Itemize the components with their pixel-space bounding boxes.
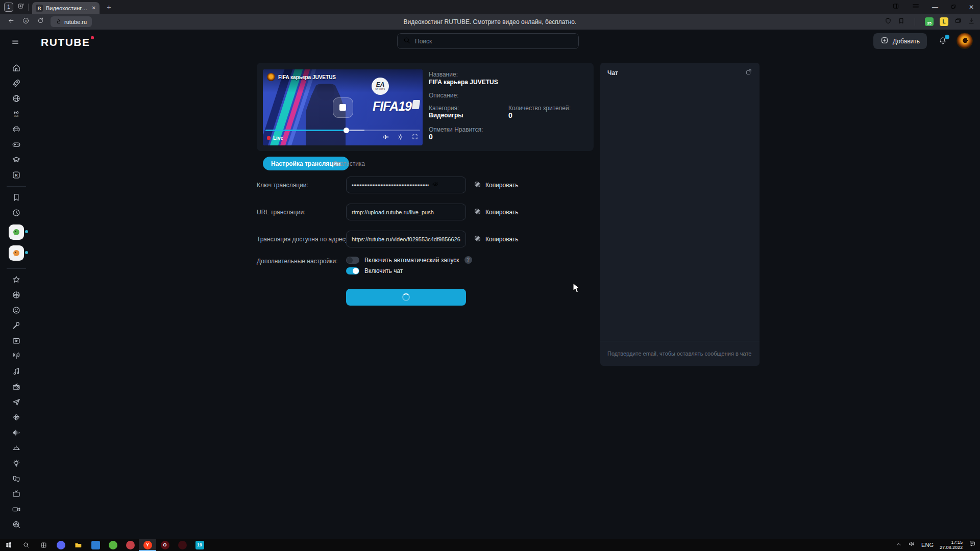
sidebar-item-masks-icon[interactable] bbox=[0, 471, 33, 486]
copy-icon bbox=[474, 235, 481, 244]
collections-icon[interactable] bbox=[954, 17, 962, 27]
tray-chevron-icon[interactable] bbox=[896, 540, 902, 549]
chat-footer: Подтвердите email, чтобы оставлять сообщ… bbox=[600, 341, 760, 366]
tab-group-badge[interactable]: 1 bbox=[4, 3, 13, 12]
sidebar-item-food-dome-icon[interactable] bbox=[0, 440, 33, 456]
restore-button[interactable] bbox=[950, 3, 957, 12]
taskbar-windows-start-icon[interactable] bbox=[0, 539, 17, 551]
clock[interactable]: 17:15 27.08.2022 bbox=[940, 540, 963, 550]
sidebar-item-gamepad-icon[interactable] bbox=[0, 137, 33, 152]
bookmark-flag-icon[interactable] bbox=[898, 17, 905, 27]
search-input[interactable] bbox=[415, 38, 573, 45]
tab-panels-icon[interactable] bbox=[892, 3, 899, 12]
browser-menu-icon[interactable] bbox=[912, 2, 920, 12]
channel-avatar-orange-pet[interactable] bbox=[0, 244, 33, 262]
tab-close-icon[interactable]: ✕ bbox=[92, 5, 96, 11]
share-url-field[interactable] bbox=[346, 231, 466, 247]
sidebar-item-lightbulb-icon[interactable] bbox=[0, 456, 33, 471]
progress-bar[interactable] bbox=[265, 130, 420, 131]
volume-icon[interactable] bbox=[908, 540, 915, 549]
address-bar[interactable]: rutube.ru bbox=[51, 16, 92, 27]
minimize-button[interactable]: — bbox=[932, 4, 938, 11]
taskbar-ccleaner-icon[interactable] bbox=[121, 539, 139, 551]
taskbar-opera-icon[interactable]: O bbox=[156, 539, 174, 551]
stream-url-input[interactable] bbox=[352, 209, 460, 215]
channel-avatar-green-bird[interactable] bbox=[0, 223, 33, 241]
search-bar[interactable] bbox=[397, 33, 579, 49]
stream-url-field[interactable] bbox=[346, 204, 466, 220]
taskbar-fifa19-icon[interactable]: 19 bbox=[191, 539, 208, 551]
taskbar-media-player-icon[interactable] bbox=[174, 539, 191, 551]
notifications-bell-icon[interactable] bbox=[938, 36, 947, 47]
sidebar-item-graduation-icon[interactable] bbox=[0, 152, 33, 167]
copy-share-button[interactable]: Копировать bbox=[474, 235, 519, 244]
stop-button[interactable] bbox=[333, 97, 353, 118]
sidebar-item-microphone-icon[interactable] bbox=[0, 318, 33, 333]
sidebar-item-ball-icon[interactable] bbox=[0, 287, 33, 303]
sidebar-item-tv-icon[interactable] bbox=[0, 486, 33, 502]
sidebar-item-history-icon[interactable] bbox=[0, 205, 33, 220]
sidebar-item-film-reel-icon[interactable] bbox=[0, 517, 33, 532]
action-center-icon[interactable] bbox=[969, 540, 976, 549]
sidebar-item-equalizer-icon[interactable] bbox=[0, 425, 33, 440]
extension-green-icon[interactable]: 35 bbox=[925, 17, 934, 26]
taskbar-utorrent-icon[interactable] bbox=[104, 539, 121, 551]
chat-toggle[interactable] bbox=[346, 267, 359, 274]
sidebar-item-music-note-icon[interactable] bbox=[0, 364, 33, 379]
taskbar-task-view-icon[interactable] bbox=[35, 539, 52, 551]
menu-hamburger-icon[interactable] bbox=[11, 38, 19, 48]
new-tab-button[interactable]: + bbox=[107, 3, 111, 11]
sidebar-item-antenna-icon[interactable] bbox=[0, 348, 33, 364]
submit-button[interactable] bbox=[346, 289, 466, 306]
sidebar-item-tv-play-icon[interactable] bbox=[0, 333, 33, 348]
taskbar-discord-icon[interactable] bbox=[52, 539, 69, 551]
share-url-input[interactable] bbox=[352, 236, 460, 242]
sidebar-item-car-icon[interactable] bbox=[0, 121, 33, 137]
question-icon[interactable]: ? bbox=[464, 256, 472, 264]
extension-lastpass-icon[interactable]: L bbox=[940, 17, 948, 26]
download-icon[interactable] bbox=[968, 17, 975, 27]
yandex-id-icon[interactable]: я bbox=[22, 17, 30, 27]
sidebar-item-rocket-icon[interactable] bbox=[0, 76, 33, 91]
window-close-button[interactable]: ✕ bbox=[969, 4, 974, 11]
tab-favicon: R bbox=[36, 5, 43, 12]
taskbar-taskbar-search-icon[interactable] bbox=[17, 539, 35, 551]
tab-statistics[interactable]: Статистика bbox=[333, 157, 365, 170]
mute-icon[interactable] bbox=[382, 133, 389, 143]
likes-label: Отметки Нравится: bbox=[429, 126, 483, 133]
sidebar-item-bookmark-icon[interactable] bbox=[0, 190, 33, 205]
copy-key-button[interactable]: Копировать bbox=[474, 181, 519, 190]
taskbar-microsoft-store-icon[interactable] bbox=[87, 539, 104, 551]
taskbar-yandex-browser-icon[interactable]: Y bbox=[139, 539, 156, 551]
player-controls: Live bbox=[263, 132, 423, 143]
sidebar-item-home-icon[interactable] bbox=[0, 60, 33, 76]
rutube-logo[interactable]: RUTUBE bbox=[41, 36, 90, 48]
eye-slash-icon[interactable] bbox=[432, 181, 439, 190]
browser-tab[interactable]: R Видеохостинг RUTUBE ✕ bbox=[32, 2, 100, 14]
video-player[interactable]: EA SPORTS FIFA19 FIFA карьера JUVETUS Li… bbox=[263, 69, 423, 145]
sidebar-item-video-camera-icon[interactable] bbox=[0, 502, 33, 517]
sidebar-item-radio-icon[interactable] bbox=[0, 379, 33, 394]
sidebar-item-star-icon[interactable] bbox=[0, 272, 33, 287]
chat-popout-icon[interactable] bbox=[745, 68, 752, 78]
autostart-toggle[interactable] bbox=[346, 257, 359, 264]
extra-settings-label: Дополнительные настройки: bbox=[257, 258, 337, 265]
new-window-icon[interactable] bbox=[17, 3, 24, 12]
protect-shield-icon[interactable] bbox=[885, 17, 892, 27]
sidebar-item-flower-icon[interactable] bbox=[0, 410, 33, 425]
sidebar-item-smiley-icon[interactable] bbox=[0, 303, 33, 318]
reload-icon[interactable] bbox=[37, 17, 44, 27]
sidebar-item-rutube-r-icon[interactable]: R bbox=[0, 167, 33, 183]
player-settings-gear-icon[interactable] bbox=[397, 133, 404, 143]
taskbar-file-explorer-icon[interactable] bbox=[69, 539, 87, 551]
add-button[interactable]: Добавить bbox=[873, 33, 927, 49]
fullscreen-icon[interactable] bbox=[411, 133, 419, 142]
stream-key-field[interactable]: ••••••••••••••••••••••••••••••••••••••••… bbox=[346, 177, 466, 193]
sidebar-item-live-icon[interactable]: LIVE bbox=[0, 106, 33, 121]
copy-url-button[interactable]: Копировать bbox=[474, 208, 519, 217]
back-icon[interactable] bbox=[7, 17, 15, 27]
user-avatar[interactable] bbox=[957, 33, 973, 49]
language-indicator[interactable]: ENG bbox=[921, 542, 934, 548]
sidebar-item-globe-icon[interactable] bbox=[0, 91, 33, 106]
sidebar-item-paper-plane-icon[interactable] bbox=[0, 394, 33, 410]
